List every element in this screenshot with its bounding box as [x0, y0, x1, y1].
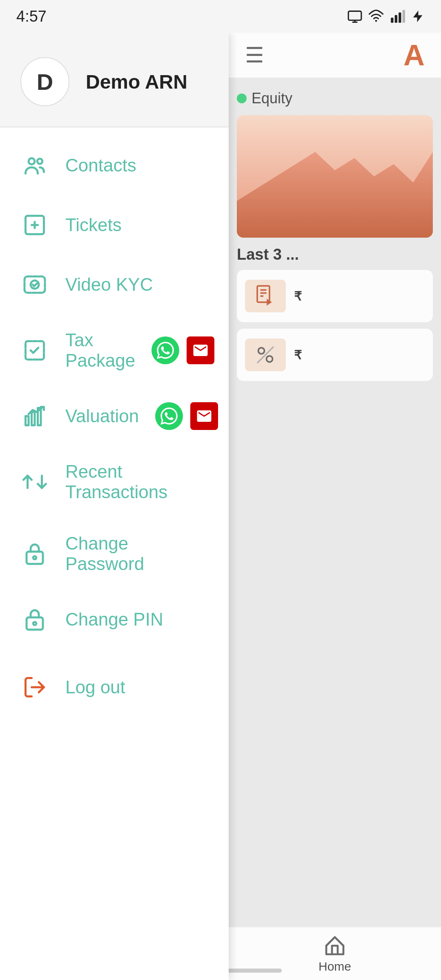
txn-img-2	[245, 339, 286, 371]
svg-rect-18	[27, 552, 43, 564]
change-pin-label: Change PIN	[65, 609, 208, 630]
sidebar-item-contacts[interactable]: Contacts	[0, 136, 229, 195]
txn-img-1	[245, 280, 286, 312]
svg-rect-4	[391, 18, 393, 23]
txn-title-2: ₹	[294, 348, 425, 362]
tax-package-actions	[151, 336, 214, 364]
svg-point-25	[258, 348, 265, 354]
svg-marker-8	[413, 11, 423, 22]
right-panel: ☰ A Equity	[229, 33, 441, 980]
status-icons	[347, 9, 425, 24]
tickets-icon	[20, 211, 49, 239]
last3-label: Last 3 ...	[237, 246, 433, 263]
valuation-whatsapp-button[interactable]	[155, 402, 183, 430]
tax-package-icon	[20, 336, 49, 365]
right-panel-header: ☰ A	[229, 33, 441, 78]
valuation-actions	[155, 402, 218, 430]
change-password-icon	[20, 539, 49, 568]
svg-rect-0	[348, 11, 361, 20]
contacts-label: Contacts	[65, 155, 208, 176]
svg-marker-23	[237, 152, 433, 238]
home-tab[interactable]: Home	[318, 934, 351, 973]
logout-icon	[20, 673, 49, 702]
tax-package-email-button[interactable]	[187, 336, 214, 364]
video-kyc-label: Video KYC	[65, 274, 208, 295]
svg-point-26	[267, 356, 273, 362]
hamburger-icon: ☰	[245, 45, 264, 66]
valuation-email-button[interactable]	[190, 402, 218, 430]
equity-label: Equity	[252, 90, 292, 107]
status-bar: 4:57	[0, 0, 441, 33]
chart-svg	[237, 115, 433, 238]
tax-package-whatsapp-button[interactable]	[151, 336, 179, 364]
txn-info-1: ₹	[294, 289, 425, 303]
svg-rect-6	[399, 13, 401, 23]
svg-rect-7	[403, 10, 405, 23]
valuation-label: Valuation	[65, 406, 139, 426]
signal-icon	[390, 9, 405, 24]
transaction-card-2: ₹	[237, 329, 433, 381]
video-kyc-icon	[20, 270, 49, 299]
equity-badge: Equity	[237, 90, 433, 107]
profile-name: Demo ARN	[86, 71, 187, 93]
txn-info-2: ₹	[294, 348, 425, 362]
change-pin-icon	[20, 605, 49, 634]
profile-area: D Demo ARN	[0, 33, 229, 127]
sidebar-drawer: D Demo ARN Contacts	[0, 33, 229, 980]
transaction-card-1: ₹	[237, 270, 433, 322]
battery-icon	[411, 9, 425, 24]
change-password-label: Change Password	[65, 533, 208, 574]
sidebar-item-recent-transactions[interactable]: Recent Transactions	[0, 446, 229, 518]
svg-rect-16	[32, 412, 35, 425]
svg-point-21	[33, 622, 36, 625]
menu-list: Contacts Tickets	[0, 127, 229, 980]
svg-rect-15	[26, 416, 29, 425]
svg-rect-20	[27, 617, 43, 630]
valuation-icon	[20, 402, 49, 430]
svg-point-9	[29, 158, 35, 165]
sidebar-item-change-password[interactable]: Change Password	[0, 518, 229, 590]
app-title-partial: A	[403, 38, 425, 72]
logout-label: Log out	[65, 677, 208, 697]
wifi-icon	[368, 9, 384, 24]
svg-point-19	[33, 556, 36, 559]
avatar: D	[20, 57, 69, 106]
home-icon	[323, 934, 346, 957]
sidebar-item-change-pin[interactable]: Change PIN	[0, 590, 229, 649]
recent-transactions-label: Recent Transactions	[65, 461, 208, 502]
chart-background	[237, 115, 433, 238]
transaction-cards: ₹ ₹	[237, 270, 433, 381]
main-container: D Demo ARN Contacts	[0, 33, 441, 980]
sidebar-item-valuation[interactable]: Valuation	[0, 386, 229, 446]
sidebar-item-logout[interactable]: Log out	[0, 657, 229, 717]
status-time: 4:57	[16, 8, 47, 25]
chart-card	[237, 115, 433, 238]
sidebar-item-tickets[interactable]: Tickets	[0, 195, 229, 255]
sidebar-item-video-kyc[interactable]: Video KYC	[0, 255, 229, 314]
svg-rect-5	[395, 15, 397, 23]
equity-indicator-dot	[237, 94, 247, 103]
transactions-icon	[20, 468, 49, 496]
screen-icon	[347, 9, 363, 24]
txn-title-1: ₹	[294, 289, 425, 303]
tax-package-label: Tax Package	[65, 330, 135, 371]
svg-point-3	[375, 20, 377, 22]
right-content: Equity Last 3 ...	[229, 78, 441, 393]
svg-point-10	[37, 159, 42, 164]
tickets-label: Tickets	[65, 215, 208, 235]
home-label: Home	[318, 960, 351, 973]
contacts-icon	[20, 151, 49, 180]
sidebar-item-tax-package[interactable]: Tax Package	[0, 314, 229, 386]
